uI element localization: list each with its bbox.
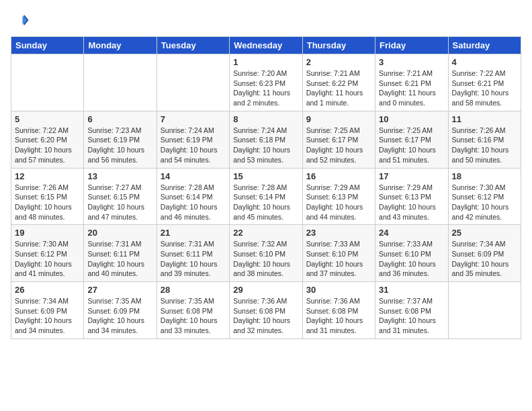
day-info: Sunrise: 7:35 AM Sunset: 6:08 PM Dayligh… (161, 296, 226, 336)
day-info: Sunrise: 7:21 AM Sunset: 6:22 PM Dayligh… (306, 68, 371, 108)
day-number: 6 (87, 114, 152, 124)
day-number: 18 (452, 171, 517, 181)
day-info: Sunrise: 7:35 AM Sunset: 6:09 PM Dayligh… (87, 296, 152, 336)
day-info: Sunrise: 7:30 AM Sunset: 6:12 PM Dayligh… (15, 239, 80, 279)
day-info: Sunrise: 7:25 AM Sunset: 6:17 PM Dayligh… (306, 126, 371, 165)
day-number: 13 (87, 171, 152, 181)
day-number: 11 (452, 114, 517, 124)
day-of-week-header: Sunday (11, 37, 84, 54)
day-info: Sunrise: 7:28 AM Sunset: 6:14 PM Dayligh… (161, 183, 226, 222)
calendar-cell: 2Sunrise: 7:21 AM Sunset: 6:22 PM Daylig… (302, 54, 375, 111)
day-number: 22 (233, 228, 298, 238)
calendar-header-row: SundayMondayTuesdayWednesdayThursdayFrid… (11, 37, 521, 54)
calendar-cell: 1Sunrise: 7:20 AM Sunset: 6:23 PM Daylig… (230, 54, 302, 111)
day-number: 20 (87, 228, 152, 238)
day-info: Sunrise: 7:36 AM Sunset: 6:08 PM Dayligh… (233, 296, 298, 336)
calendar-cell: 26Sunrise: 7:34 AM Sunset: 6:09 PM Dayli… (11, 282, 84, 339)
calendar-cell: 8Sunrise: 7:24 AM Sunset: 6:18 PM Daylig… (230, 111, 302, 168)
calendar-cell (84, 54, 157, 111)
day-info: Sunrise: 7:22 AM Sunset: 6:21 PM Dayligh… (452, 68, 517, 108)
calendar-cell: 27Sunrise: 7:35 AM Sunset: 6:09 PM Dayli… (84, 282, 157, 339)
calendar-cell: 4Sunrise: 7:22 AM Sunset: 6:21 PM Daylig… (448, 54, 521, 111)
calendar-cell: 6Sunrise: 7:23 AM Sunset: 6:19 PM Daylig… (84, 111, 157, 168)
calendar-cell: 7Sunrise: 7:24 AM Sunset: 6:19 PM Daylig… (157, 111, 229, 168)
calendar-cell: 30Sunrise: 7:36 AM Sunset: 6:08 PM Dayli… (302, 282, 375, 339)
day-info: Sunrise: 7:29 AM Sunset: 6:13 PM Dayligh… (306, 183, 371, 222)
day-info: Sunrise: 7:26 AM Sunset: 6:15 PM Dayligh… (15, 183, 80, 222)
day-number: 23 (306, 228, 371, 238)
calendar-cell: 29Sunrise: 7:36 AM Sunset: 6:08 PM Dayli… (230, 282, 302, 339)
day-info: Sunrise: 7:21 AM Sunset: 6:21 PM Dayligh… (379, 68, 444, 108)
day-of-week-header: Friday (375, 37, 448, 54)
day-number: 19 (15, 228, 80, 238)
day-number: 24 (379, 228, 444, 238)
calendar-cell: 28Sunrise: 7:35 AM Sunset: 6:08 PM Dayli… (157, 282, 229, 339)
day-info: Sunrise: 7:24 AM Sunset: 6:18 PM Dayligh… (233, 126, 298, 165)
calendar-cell: 11Sunrise: 7:26 AM Sunset: 6:16 PM Dayli… (448, 111, 521, 168)
calendar-cell: 24Sunrise: 7:33 AM Sunset: 6:10 PM Dayli… (375, 225, 448, 282)
day-number: 2 (306, 57, 371, 67)
day-info: Sunrise: 7:34 AM Sunset: 6:09 PM Dayligh… (452, 239, 517, 279)
calendar-cell: 23Sunrise: 7:33 AM Sunset: 6:10 PM Dayli… (302, 225, 375, 282)
day-number: 17 (379, 171, 444, 181)
day-info: Sunrise: 7:25 AM Sunset: 6:17 PM Dayligh… (379, 126, 444, 165)
day-of-week-header: Thursday (302, 37, 375, 54)
day-info: Sunrise: 7:36 AM Sunset: 6:08 PM Dayligh… (306, 296, 371, 336)
day-number: 1 (233, 57, 298, 67)
calendar-cell: 25Sunrise: 7:34 AM Sunset: 6:09 PM Dayli… (448, 225, 521, 282)
day-number: 26 (15, 285, 80, 295)
calendar-week-row: 12Sunrise: 7:26 AM Sunset: 6:15 PM Dayli… (11, 168, 521, 225)
calendar-table: SundayMondayTuesdayWednesdayThursdayFrid… (11, 36, 521, 339)
day-info: Sunrise: 7:26 AM Sunset: 6:16 PM Dayligh… (452, 126, 517, 165)
day-info: Sunrise: 7:20 AM Sunset: 6:23 PM Dayligh… (233, 68, 298, 108)
day-info: Sunrise: 7:22 AM Sunset: 6:20 PM Dayligh… (15, 126, 80, 165)
calendar-cell: 3Sunrise: 7:21 AM Sunset: 6:21 PM Daylig… (375, 54, 448, 111)
day-info: Sunrise: 7:27 AM Sunset: 6:15 PM Dayligh… (87, 183, 152, 222)
page-header (11, 11, 521, 30)
day-of-week-header: Tuesday (157, 37, 229, 54)
day-number: 3 (379, 57, 444, 67)
day-info: Sunrise: 7:31 AM Sunset: 6:11 PM Dayligh… (161, 239, 226, 279)
calendar-week-row: 26Sunrise: 7:34 AM Sunset: 6:09 PM Dayli… (11, 282, 521, 339)
day-info: Sunrise: 7:29 AM Sunset: 6:13 PM Dayligh… (379, 183, 444, 222)
calendar-cell: 18Sunrise: 7:30 AM Sunset: 6:12 PM Dayli… (448, 168, 521, 225)
calendar-cell: 19Sunrise: 7:30 AM Sunset: 6:12 PM Dayli… (11, 225, 84, 282)
calendar-cell: 10Sunrise: 7:25 AM Sunset: 6:17 PM Dayli… (375, 111, 448, 168)
day-info: Sunrise: 7:30 AM Sunset: 6:12 PM Dayligh… (452, 183, 517, 222)
calendar-cell: 31Sunrise: 7:37 AM Sunset: 6:08 PM Dayli… (375, 282, 448, 339)
day-info: Sunrise: 7:23 AM Sunset: 6:19 PM Dayligh… (87, 126, 152, 165)
day-info: Sunrise: 7:31 AM Sunset: 6:11 PM Dayligh… (87, 239, 152, 279)
logo-icon (11, 11, 30, 30)
day-number: 9 (306, 114, 371, 124)
day-number: 12 (15, 171, 80, 181)
calendar-cell: 12Sunrise: 7:26 AM Sunset: 6:15 PM Dayli… (11, 168, 84, 225)
calendar-week-row: 19Sunrise: 7:30 AM Sunset: 6:12 PM Dayli… (11, 225, 521, 282)
day-number: 16 (306, 171, 371, 181)
day-info: Sunrise: 7:33 AM Sunset: 6:10 PM Dayligh… (379, 239, 444, 279)
logo (11, 11, 32, 30)
day-number: 15 (233, 171, 298, 181)
day-of-week-header: Saturday (448, 37, 521, 54)
calendar-cell: 17Sunrise: 7:29 AM Sunset: 6:13 PM Dayli… (375, 168, 448, 225)
day-number: 30 (306, 285, 371, 295)
day-number: 5 (15, 114, 80, 124)
calendar-cell: 5Sunrise: 7:22 AM Sunset: 6:20 PM Daylig… (11, 111, 84, 168)
day-of-week-header: Monday (84, 37, 157, 54)
calendar-cell: 16Sunrise: 7:29 AM Sunset: 6:13 PM Dayli… (302, 168, 375, 225)
calendar-cell: 14Sunrise: 7:28 AM Sunset: 6:14 PM Dayli… (157, 168, 229, 225)
calendar-week-row: 5Sunrise: 7:22 AM Sunset: 6:20 PM Daylig… (11, 111, 521, 168)
calendar-cell: 15Sunrise: 7:28 AM Sunset: 6:14 PM Dayli… (230, 168, 302, 225)
day-number: 25 (452, 228, 517, 238)
calendar-cell: 20Sunrise: 7:31 AM Sunset: 6:11 PM Dayli… (84, 225, 157, 282)
day-info: Sunrise: 7:33 AM Sunset: 6:10 PM Dayligh… (306, 239, 371, 279)
calendar-cell: 22Sunrise: 7:32 AM Sunset: 6:10 PM Dayli… (230, 225, 302, 282)
day-number: 10 (379, 114, 444, 124)
calendar-cell (448, 282, 521, 339)
day-number: 8 (233, 114, 298, 124)
day-info: Sunrise: 7:28 AM Sunset: 6:14 PM Dayligh… (233, 183, 298, 222)
day-info: Sunrise: 7:37 AM Sunset: 6:08 PM Dayligh… (379, 296, 444, 336)
day-of-week-header: Wednesday (230, 37, 302, 54)
calendar-cell (157, 54, 229, 111)
day-number: 31 (379, 285, 444, 295)
calendar-cell: 21Sunrise: 7:31 AM Sunset: 6:11 PM Dayli… (157, 225, 229, 282)
